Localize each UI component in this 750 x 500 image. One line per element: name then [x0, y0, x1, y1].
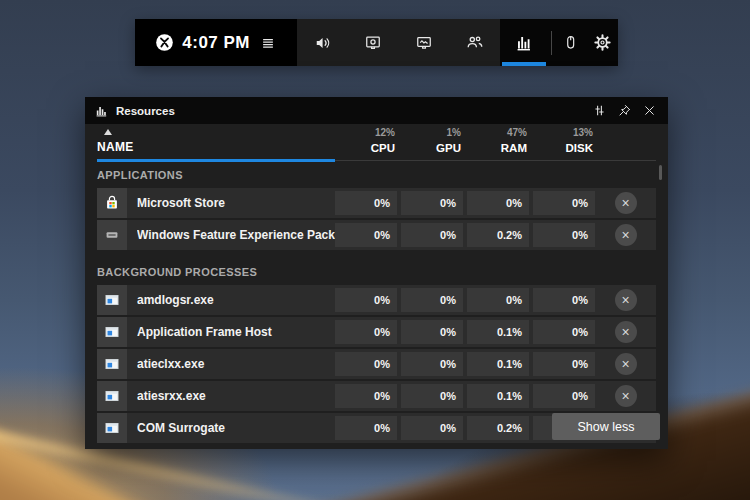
capture-icon[interactable] — [357, 25, 389, 61]
close-icon[interactable] — [637, 99, 662, 123]
disk-value: 0% — [533, 320, 595, 344]
cpu-value: 0% — [335, 320, 397, 344]
resources-icon — [513, 32, 535, 54]
game-bar: 4:07 PM — [135, 19, 618, 66]
column-ram[interactable]: 47% RAM — [471, 127, 533, 154]
process-name: amdlogsr.exe — [137, 293, 335, 307]
windows-package-icon — [97, 220, 127, 250]
gpu-value: 0% — [401, 223, 463, 247]
looking-for-group-icon[interactable] — [459, 25, 491, 61]
process-name: Application Frame Host — [137, 325, 335, 339]
desktop: 4:07 PM — [0, 0, 750, 500]
section-label: APPLICATIONS — [97, 169, 656, 181]
cpu-value: 0% — [335, 223, 397, 247]
disk-value: 0% — [533, 384, 595, 408]
game-bar-clock-segment: 4:07 PM — [135, 19, 297, 66]
ram-value: 0.1% — [467, 384, 529, 408]
gallery-icon[interactable] — [408, 25, 440, 61]
end-task-button[interactable]: × — [615, 321, 637, 343]
pointer-icon[interactable] — [554, 25, 586, 61]
resources-widget-button[interactable] — [500, 19, 548, 66]
disk-value: 0% — [533, 352, 595, 376]
resources-panel: Resources — [85, 97, 668, 449]
app-window-icon — [97, 317, 127, 347]
panel-title: Resources — [116, 105, 175, 117]
active-widget-underline — [502, 62, 546, 66]
process-name: Microsoft Store — [137, 196, 335, 210]
column-gpu[interactable]: 1% GPU — [405, 127, 467, 154]
gpu-value: 0% — [401, 320, 463, 344]
end-task-button[interactable]: × — [615, 385, 637, 407]
sort-ascending-icon — [104, 129, 112, 135]
cpu-value: 0% — [335, 288, 397, 312]
ram-value: 0% — [467, 191, 529, 215]
panel-titlebar: Resources — [85, 97, 668, 124]
end-task-button[interactable]: × — [615, 192, 637, 214]
settings-icon[interactable] — [586, 25, 618, 61]
gpu-value: 0% — [401, 288, 463, 312]
ram-value: 0.2% — [467, 223, 529, 247]
column-header: NAME 12% CPU 1% GPU 47% RAM 13% DISK — [97, 124, 656, 161]
cpu-value: 0% — [335, 416, 397, 440]
disk-value: 0% — [533, 288, 595, 312]
clock: 4:07 PM — [182, 33, 250, 53]
cpu-value: 0% — [335, 384, 397, 408]
show-less-button[interactable]: Show less — [552, 413, 660, 440]
performance-options-icon[interactable] — [587, 99, 612, 123]
table-row: atiesrxx.exe 0% 0% 0.1% 0% × — [97, 381, 656, 411]
microsoft-store-icon — [97, 188, 127, 218]
column-name[interactable]: NAME — [97, 129, 335, 154]
column-cpu[interactable]: 12% CPU — [339, 127, 401, 154]
section-label: BACKGROUND PROCESSES — [97, 266, 656, 278]
game-bar-widget-segment — [297, 19, 500, 66]
panel-actions — [587, 99, 662, 123]
end-task-button[interactable]: × — [615, 224, 637, 246]
disk-value: 0% — [533, 191, 595, 215]
table-row: Windows Feature Experience Pack 0% 0% 0.… — [97, 220, 656, 250]
gpu-value: 0% — [401, 384, 463, 408]
audio-icon[interactable] — [307, 25, 339, 61]
process-name: atieclxx.exe — [137, 357, 335, 371]
bar-chart-icon — [95, 104, 109, 118]
app-window-icon — [97, 349, 127, 379]
column-disk[interactable]: 13% DISK — [537, 127, 599, 154]
end-task-button[interactable]: × — [615, 353, 637, 375]
process-name: COM Surrogate — [137, 421, 335, 435]
end-task-button[interactable]: × — [615, 289, 637, 311]
table-row: amdlogsr.exe 0% 0% 0% 0% × — [97, 285, 656, 315]
xbox-logo-icon[interactable] — [148, 25, 180, 61]
ram-value: 0.1% — [467, 352, 529, 376]
divider — [551, 31, 552, 55]
scrollbar-thumb[interactable] — [659, 165, 662, 180]
cpu-value: 0% — [335, 352, 397, 376]
table-row: Application Frame Host 0% 0% 0.1% 0% × — [97, 317, 656, 347]
table-row: atieclxx.exe 0% 0% 0.1% 0% × — [97, 349, 656, 379]
ram-value: 0.1% — [467, 320, 529, 344]
pin-icon[interactable] — [612, 99, 637, 123]
sorted-column-underline — [97, 159, 335, 162]
app-window-icon — [97, 413, 127, 443]
process-name: Windows Feature Experience Pack — [137, 228, 335, 242]
gpu-value: 0% — [401, 352, 463, 376]
ram-value: 0% — [467, 288, 529, 312]
gpu-value: 0% — [401, 416, 463, 440]
game-bar-system-segment — [548, 19, 618, 66]
cpu-value: 0% — [335, 191, 397, 215]
gpu-value: 0% — [401, 191, 463, 215]
app-window-icon — [97, 285, 127, 315]
ram-value: 0.2% — [467, 416, 529, 440]
process-list: APPLICATIONS Microsoft Store 0% 0% 0% — [85, 169, 668, 443]
disk-value: 0% — [533, 223, 595, 247]
widget-menu-icon[interactable] — [252, 25, 284, 61]
table-row: Microsoft Store 0% 0% 0% 0% × — [97, 188, 656, 218]
app-window-icon — [97, 381, 127, 411]
process-name: atiesrxx.exe — [137, 389, 335, 403]
